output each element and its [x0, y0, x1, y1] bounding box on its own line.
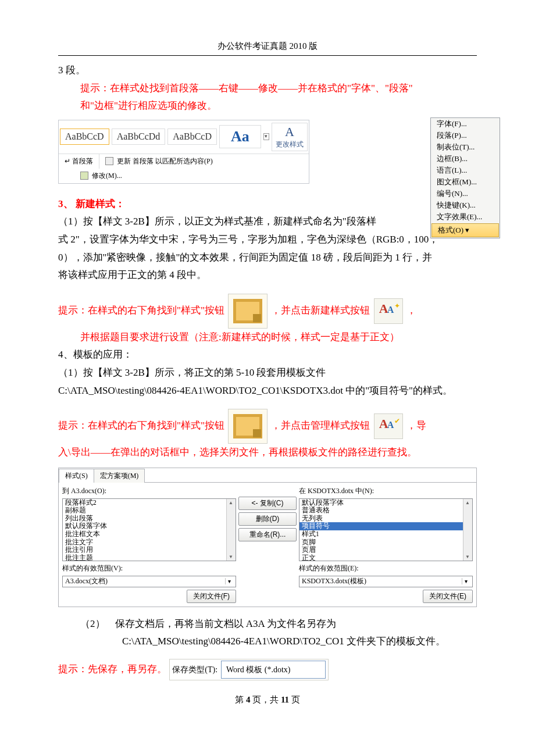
s4b-num: （2） [80, 618, 105, 629]
list-item[interactable]: 默认段落字体 [63, 522, 226, 530]
s3-hint-b: ，并点击新建样式按钮 [271, 305, 370, 316]
org-left-label: 到 A3.docx(O): [62, 486, 236, 496]
s4-hint-a: 提示：在样式的右下角找到"样式"按钮 [58, 420, 224, 431]
s3-p1: （1）按【样文 3-2B】所示，以正文为样式基准，新建样式命名为"段落样 [58, 213, 477, 231]
list-item[interactable]: 批注框文本 [63, 530, 226, 539]
page-footer: 第 4 页，共 11 页 [58, 694, 477, 705]
menu-font[interactable]: 字体(F)... [431, 118, 500, 130]
save-type-field[interactable]: Word 模板 (*.dotx) [221, 661, 326, 679]
list-item[interactable]: 正文 [299, 554, 463, 561]
s4b-l1: 保存文档后，再将当前文档以 A3A 为文件名另存为 [115, 618, 337, 629]
scrollbar[interactable] [463, 499, 472, 561]
format-menu[interactable]: 字体(F)... 段落(P)... 制表位(T)... 边框(B)... 语言(… [430, 117, 500, 238]
s3-p3: 0），添加"紧密映像，接触"的文本效果，行间距为固定值 18 磅，段后间距为 1… [58, 249, 477, 267]
list-item[interactable]: 页眉 [299, 546, 463, 554]
s3-hint-a: 提示：在样式的右下角找到"样式"按钮 [58, 305, 224, 316]
intro-line: 3 段。 [58, 62, 477, 80]
org-scope-l: 样式的有效范围(V): [62, 564, 236, 573]
menu-paragraph[interactable]: 段落(P)... [431, 130, 500, 141]
list-item[interactable]: 默认段落字体 [299, 499, 463, 507]
s3-p4: 将该样式应用于正文的第 4 段中。 [58, 266, 477, 284]
org-left-list[interactable]: 段落样式2 副标题 列出段落 默认段落字体 批注框文本 批注文字 批注引用 批注… [62, 498, 236, 561]
org-right-label: 在 KSDOTX3.dotx 中(N): [299, 486, 473, 496]
menu-frame[interactable]: 图文框(M)... [431, 176, 500, 188]
menu-number[interactable]: 编号(N)... [431, 188, 500, 199]
styles-launcher-icon-2[interactable] [228, 409, 268, 444]
close-file-right-button[interactable]: 关闭文件(E) [423, 590, 473, 603]
gallery-expand-icon[interactable] [263, 133, 269, 140]
context-update-match[interactable]: 更新 首段落 以匹配所选内容(P) [99, 154, 309, 169]
menu-format-button[interactable]: 格式(O) ▾ [431, 223, 499, 237]
modify-icon [80, 172, 88, 180]
update-icon [105, 157, 113, 165]
manage-styles-icon[interactable]: ✔ [374, 413, 403, 439]
menu-texteffect[interactable]: 文字效果(E)... [431, 211, 500, 223]
style-item-heading[interactable]: Aa [219, 125, 261, 148]
copy-button[interactable]: <- 复制(C) [238, 497, 297, 510]
chevron-down-icon[interactable]: ▾ [225, 578, 233, 584]
s4b-l2: C:\ATA_MSO\testing\084426-4EA1\WORD\TO2_… [58, 633, 477, 651]
section4-title: 4、模板的应用： [58, 346, 477, 364]
gallery-footer-left[interactable]: ↵ 首段落 [59, 154, 99, 169]
list-item[interactable]: 页脚 [299, 539, 463, 547]
s3-p2: 式 2"，设置字体为华文中宋，字号为三号，字形为加粗，字色为深绿色（RGB:0，… [58, 231, 477, 249]
styles-launcher-icon[interactable] [228, 294, 268, 329]
s4-hint-d: 入\导出——在弹出的对话框中，选择关闭文件，再根据模板文件的路径进行查找。 [58, 444, 477, 462]
organizer-dialog: 样式(S) 宏方案项(M) 到 A3.docx(O): 段落样式2 副标题 列出… [58, 468, 477, 607]
list-item[interactable]: 批注主题 [63, 554, 226, 561]
list-item[interactable]: 普通表格 [299, 507, 463, 515]
menu-language[interactable]: 语言(L)... [431, 165, 500, 176]
header-rule [58, 55, 477, 56]
menu-tabs[interactable]: 制表位(T)... [431, 141, 500, 153]
context-modify[interactable]: 修改(M)... [74, 169, 309, 183]
hint1-line2: 和"边框"进行相应选项的修改。 [58, 97, 477, 115]
save-type-label: 保存类型(T): [172, 662, 217, 677]
list-item[interactable]: 副标题 [63, 507, 226, 515]
list-item[interactable]: 列出段落 [63, 515, 226, 523]
list-item[interactable]: 段落样式2 [63, 499, 226, 507]
new-style-icon[interactable]: ✦ [374, 298, 403, 324]
tab-styles[interactable]: 样式(S) [59, 469, 94, 483]
save-hint: 提示：先保存，再另存。 [58, 663, 167, 674]
save-type-strip: 保存类型(T): Word 模板 (*.dotx) [169, 659, 329, 680]
hint1-line1: 提示：在样式处找到首段落——右键——修改——并在格式的"字体"、"段落" [58, 80, 477, 98]
chevron-down-icon[interactable]: ▾ [462, 578, 470, 584]
menu-shortcut[interactable]: 快捷键(K)... [431, 199, 500, 211]
s4-hint-b: ，并点击管理样式按钮 [271, 420, 370, 431]
list-item[interactable]: 无列表 [299, 515, 463, 523]
org-combo-r[interactable]: KSDOTX3.dotx(模板)▾ [299, 576, 473, 587]
change-styles-button[interactable]: A 更改样式 [272, 123, 308, 151]
rename-button[interactable]: 重命名(R)... [238, 528, 297, 541]
style-item-2[interactable]: AaBbCcDd [112, 129, 166, 145]
s3-hint-d: 并根据题目要求进行设置（注意:新建样式的时候，样式一定是基于正文） [58, 329, 477, 347]
list-item[interactable]: 批注文字 [63, 539, 226, 547]
style-gallery[interactable]: AaBbCcD AaBbCcDd AaBbCcD Aa A 更改样式 ↵ 首段落 [58, 120, 309, 184]
org-right-list[interactable]: 默认段落字体 普通表格 无列表 项目符号 样式1 页脚 页眉 正文 [299, 498, 473, 561]
list-item-selected[interactable]: 项目符号 [299, 522, 463, 530]
style-item-3[interactable]: AaBbCcD [167, 129, 217, 145]
scrollbar[interactable] [226, 499, 236, 561]
s4-p1: （1）按【样文 3-2B】所示，将正文的第 5-10 段套用模板文件 [58, 364, 477, 382]
delete-button[interactable]: 删除(D) [238, 512, 297, 526]
style-item-1[interactable]: AaBbCcD [60, 129, 109, 145]
tab-macros[interactable]: 宏方案项(M) [94, 469, 145, 483]
s3-hint-c: ， [406, 305, 416, 316]
menu-border[interactable]: 边框(B)... [431, 153, 500, 165]
org-combo-l[interactable]: A3.docx(文档)▾ [62, 576, 236, 587]
section3-title: 3、 新建样式： [58, 195, 477, 213]
list-item[interactable]: 批注引用 [63, 546, 226, 554]
s4-hint-c: ，导 [406, 420, 426, 431]
org-scope-r: 样式的有效范围(E): [299, 564, 473, 573]
close-file-left-button[interactable]: 关闭文件(F) [187, 590, 236, 603]
page-header: 办公软件考证真题 2010 版 [58, 41, 477, 52]
list-item[interactable]: 样式1 [299, 530, 463, 539]
s4-p2: C:\ATA_MSO\testing\084426-4EA1\WORD\TO2_… [58, 382, 477, 400]
